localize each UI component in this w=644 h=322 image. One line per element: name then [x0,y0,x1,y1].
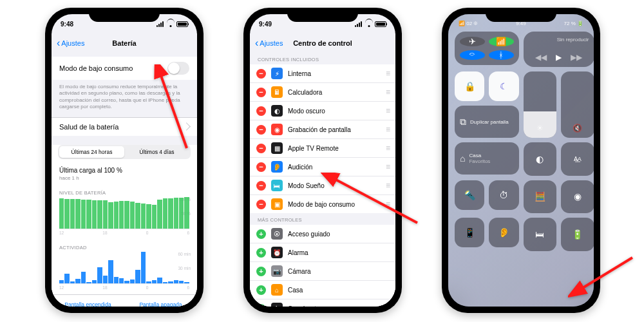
next-icon[interactable]: ▶▶ [571,53,582,62]
play-icon[interactable]: ▶ [556,53,562,62]
home-icon: ⌂ [460,153,465,164]
last-charge: Última carga al 100 % hace 1 h [52,163,197,185]
hearing-tile[interactable]: 👂 [489,218,518,247]
control-row[interactable]: − ⚡︎ Linterna ≡ [250,64,395,83]
remove-icon[interactable]: − [256,125,266,135]
app-icon: ◉ [271,124,283,135]
reorder-handle[interactable]: ≡ [386,144,389,153]
screen-mirroring[interactable]: ⧉Duplicar pantalla [455,106,519,138]
segment-4d[interactable]: Últimos 4 días [124,146,189,158]
notch [486,8,556,22]
control-label: Modo de bajo consumo [288,201,381,208]
remove-icon[interactable]: − [256,162,266,172]
text-size-tile[interactable]: A͟A [561,142,594,176]
timer-tile[interactable]: ⏱ [489,180,518,210]
notch [287,8,358,22]
tv-remote-tile[interactable]: 📱 [455,218,484,247]
reorder-handle[interactable]: ≡ [386,88,389,97]
control-label: Linterna [288,70,381,77]
control-label: Modo Sueño [288,182,381,189]
battery-level-header: NIVEL DE BATERÍA [52,185,197,197]
low-power-mode-row[interactable]: Modo de bajo consumo [52,57,197,80]
control-label: Grabación de pantalla [288,126,381,133]
bluetooth-toggle[interactable]: ᚼ [489,50,514,60]
control-label: Casa [288,287,389,294]
control-label: Calculadora [288,89,381,96]
calculator-tile[interactable]: 🧮 [524,180,557,214]
low-power-description: El modo de bajo consumo reduce temporalm… [52,80,197,117]
included-controls-header: CONTROLES INCLUIDOS [250,53,395,64]
remove-icon[interactable]: − [256,181,266,191]
control-label: Cámara [288,268,389,275]
phone-control-center-settings: 9:49 ‹Ajustes Centro de control CONTROLE… [243,8,402,313]
volume-slider[interactable]: 🔇 [561,71,594,138]
reorder-handle[interactable]: ≡ [386,106,389,115]
control-row[interactable]: − ◐ Modo oscuro ≡ [250,102,395,120]
app-icon: 🛏 [271,180,283,191]
nav-bar: ‹Ajustes Centro de control [250,33,395,53]
home-tile[interactable]: ⌂CasaFavoritos [455,142,519,175]
do-not-disturb[interactable]: ☾ [489,71,518,101]
segment-24h[interactable]: Últimas 24 horas [59,146,124,158]
add-icon[interactable]: + [256,229,266,239]
app-icon: ⏱ [271,303,283,307]
remove-icon[interactable]: − [256,69,266,79]
reorder-handle[interactable]: ≡ [386,200,389,209]
reorder-handle[interactable]: ≡ [386,69,389,78]
control-row[interactable]: − 👂 Audición ≡ [250,158,395,176]
control-row[interactable]: + 📷 Cámara [250,262,395,281]
control-row[interactable]: − 🖩 Calculadora ≡ [250,83,395,102]
orientation-lock[interactable]: 🔒 [455,71,484,101]
brightness-slider[interactable]: ☀︎ [524,71,557,138]
app-icon: ⏰ [271,247,283,258]
sleep-tile[interactable]: 🛏 [524,218,557,251]
remove-icon[interactable]: − [256,200,266,209]
media-controls[interactable]: Sin reproducir ◀◀▶▶▶ [524,32,594,67]
screen-on[interactable]: Pantalla encendida2 h y 24 min [52,295,124,307]
flashlight-tile[interactable]: 🔦 [455,180,484,210]
low-power-tile[interactable]: 🔋 [561,218,594,251]
battery-health-row[interactable]: Salud de la batería [52,117,197,136]
low-power-toggle[interactable] [167,62,189,75]
control-row[interactable]: − ▦ Apple TV Remote ≡ [250,139,395,158]
remove-icon[interactable]: − [256,106,266,116]
add-icon[interactable]: + [256,267,266,276]
prev-icon[interactable]: ◀◀ [535,53,547,62]
add-icon[interactable]: + [256,285,266,295]
app-icon: 👂 [271,161,283,173]
control-center[interactable]: 📶 02 ❊9:4972 % 🔋 ✈︎ 📶 ⌔ ᚼ Sin reproducir… [448,14,594,307]
app-icon: ⌂ [271,284,283,296]
remove-icon[interactable]: − [256,144,266,153]
chevron-right-icon [182,122,191,131]
control-row[interactable]: − 🛏 Modo Sueño ≡ [250,176,395,195]
time-range-segment[interactable]: Últimas 24 horas Últimos 4 días [58,145,191,159]
screen-record-tile[interactable]: ◉ [561,180,594,214]
chevron-left-icon: ‹ [255,38,258,48]
reorder-handle[interactable]: ≡ [386,162,389,171]
control-row[interactable]: + ⏱ Cronómetro [250,299,395,307]
back-button[interactable]: ‹Ajustes [57,38,84,48]
app-icon: ⚡︎ [271,68,283,79]
wifi-toggle[interactable]: ⌔ [460,50,485,60]
control-row[interactable]: − ▣ Modo de bajo consumo ≡ [250,195,395,213]
control-row[interactable]: + ⏰ Alarma [250,243,395,262]
control-row[interactable]: + ⌂ Casa [250,281,395,299]
add-icon[interactable]: + [256,304,266,307]
airplane-toggle[interactable]: ✈︎ [460,37,485,46]
control-row[interactable]: − ◉ Grabación de pantalla ≡ [250,120,395,139]
screen-off[interactable]: Pantalla apagada1 h y 0 min [124,295,197,307]
reorder-handle[interactable]: ≡ [386,125,389,134]
app-icon: ▦ [271,142,283,154]
sun-icon: ☀︎ [536,124,544,133]
remove-icon[interactable]: − [256,88,266,97]
reorder-handle[interactable]: ≡ [386,181,389,190]
back-button[interactable]: ‹Ajustes [255,38,283,48]
activity-chart: 60 min30 min 121806 [52,252,197,294]
add-icon[interactable]: + [256,248,266,258]
cellular-toggle[interactable]: 📶 [489,37,514,46]
control-row[interactable]: + ⦿ Acceso guiado [250,225,395,243]
app-icon: ▣ [271,198,283,210]
dark-mode-tile[interactable]: ◐ [524,142,557,176]
app-icon: ⦿ [271,228,283,240]
clock: 9:48 [61,21,73,28]
